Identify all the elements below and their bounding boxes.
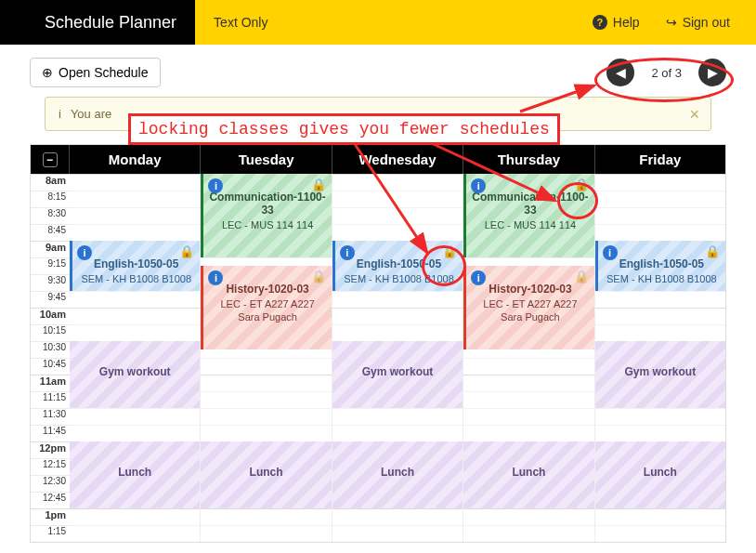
alert-close-button[interactable]: × bbox=[689, 105, 699, 125]
plus-icon: ⊕ bbox=[42, 65, 53, 80]
time-slot: 8:30 bbox=[31, 207, 70, 224]
time-slot: 10:30 bbox=[31, 341, 70, 358]
signout-icon: ↪ bbox=[666, 15, 677, 30]
time-column: 8am8:158:308:459am9:159:309:4510am10:151… bbox=[31, 174, 70, 542]
time-slot: 9:15 bbox=[31, 257, 70, 274]
time-slot: 8am bbox=[31, 174, 70, 191]
signout-link[interactable]: ↪Sign out bbox=[666, 15, 730, 30]
help-icon: ? bbox=[593, 15, 607, 30]
time-slot: 12pm bbox=[31, 441, 70, 458]
time-slot: 11am bbox=[31, 375, 70, 391]
event-english[interactable]: i 🔒 English-1050-05 SEM - KH B1008 B1008 bbox=[332, 241, 463, 291]
event-history[interactable]: i 🔒 History-1020-03 LEC - ET A227 A227 S… bbox=[463, 266, 593, 349]
time-slot: 10:15 bbox=[31, 324, 70, 341]
event-lunch[interactable]: Lunch bbox=[463, 441, 593, 508]
info-icon[interactable]: i bbox=[340, 245, 355, 260]
info-icon[interactable]: i bbox=[603, 245, 618, 260]
help-link[interactable]: ?Help bbox=[593, 15, 640, 30]
day-header: Thursday bbox=[463, 145, 594, 174]
event-lunch[interactable]: Lunch bbox=[332, 441, 463, 508]
time-slot: 1pm bbox=[31, 508, 70, 525]
open-schedule-button[interactable]: ⊕ Open Schedule bbox=[30, 58, 161, 87]
day-column-friday: i 🔒 English-1050-05 SEM - KH B1008 B1008… bbox=[595, 174, 725, 542]
schedule-pager: ◀ 2 of 3 ▶ bbox=[606, 59, 726, 86]
lock-icon[interactable]: 🔒 bbox=[179, 244, 194, 258]
alert-text: You are bbox=[71, 107, 111, 121]
time-slot: 10:45 bbox=[31, 358, 70, 375]
time-slot: 9am bbox=[31, 241, 70, 257]
pager-label: 2 of 3 bbox=[651, 66, 682, 80]
time-slot: 8:45 bbox=[31, 224, 70, 241]
time-slot: 8:15 bbox=[31, 191, 70, 207]
brand-title: Schedule Planner bbox=[0, 0, 195, 45]
day-header: Tuesday bbox=[201, 145, 332, 174]
lock-icon[interactable]: 🔒 bbox=[705, 244, 720, 258]
day-column-monday: i 🔒 English-1050-05 SEM - KH B1008 B1008… bbox=[70, 174, 201, 542]
event-communication[interactable]: i 🔒 Communication-1100-33 LEC - MUS 114 … bbox=[463, 174, 593, 257]
time-slot: 1:15 bbox=[31, 525, 70, 542]
time-slot: 12:15 bbox=[31, 458, 70, 475]
time-slot: 9:30 bbox=[31, 274, 70, 291]
calendar-grid: − Monday Tuesday Wednesday Thursday Frid… bbox=[30, 144, 726, 543]
event-gym[interactable]: Gym workout bbox=[595, 341, 725, 408]
event-lunch[interactable]: Lunch bbox=[201, 441, 331, 508]
top-bar: Schedule Planner Text Only ?Help ↪Sign o… bbox=[0, 0, 756, 45]
event-gym[interactable]: Gym workout bbox=[332, 341, 463, 408]
day-header: Wednesday bbox=[332, 145, 463, 174]
lock-icon[interactable]: 🔒 bbox=[442, 244, 457, 258]
time-slot: 10am bbox=[31, 308, 70, 324]
time-slot: 11:45 bbox=[31, 425, 70, 441]
event-english[interactable]: i 🔒 English-1050-05 SEM - KH B1008 B1008 bbox=[595, 241, 725, 291]
lock-icon[interactable]: 🔒 bbox=[311, 270, 326, 283]
lock-icon[interactable]: 🔒 bbox=[574, 270, 589, 283]
event-gym[interactable]: Gym workout bbox=[70, 341, 200, 408]
day-header: Monday bbox=[70, 145, 201, 174]
event-lunch[interactable]: Lunch bbox=[595, 441, 725, 508]
time-slot: 12:30 bbox=[31, 475, 70, 492]
time-slot: 9:45 bbox=[31, 291, 70, 308]
annotation-text-box: locking classes gives you fewer schedule… bbox=[128, 113, 560, 145]
info-icon[interactable]: i bbox=[77, 245, 92, 260]
day-column-wednesday: i 🔒 English-1050-05 SEM - KH B1008 B1008… bbox=[332, 174, 463, 542]
day-column-tuesday: i 🔒 Communication-1100-33 LEC - MUS 114 … bbox=[201, 174, 332, 542]
lock-icon[interactable]: 🔒 bbox=[574, 178, 589, 191]
text-only-link[interactable]: Text Only bbox=[214, 15, 267, 30]
prev-schedule-button[interactable]: ◀ bbox=[606, 59, 634, 86]
time-slot: 11:15 bbox=[31, 391, 70, 408]
next-schedule-button[interactable]: ▶ bbox=[698, 59, 726, 86]
event-history[interactable]: i 🔒 History-1020-03 LEC - ET A227 A227 S… bbox=[201, 266, 331, 349]
event-english[interactable]: i 🔒 English-1050-05 SEM - KH B1008 B1008 bbox=[70, 241, 200, 291]
day-header: Friday bbox=[595, 145, 725, 174]
time-slot: 11:30 bbox=[31, 408, 70, 425]
lock-icon[interactable]: 🔒 bbox=[311, 178, 326, 191]
collapse-all-button[interactable]: − bbox=[31, 145, 70, 174]
event-lunch[interactable]: Lunch bbox=[70, 441, 200, 508]
info-icon: i bbox=[59, 107, 61, 121]
day-column-thursday: i 🔒 Communication-1100-33 LEC - MUS 114 … bbox=[463, 174, 594, 542]
time-slot: 12:45 bbox=[31, 492, 70, 508]
event-communication[interactable]: i 🔒 Communication-1100-33 LEC - MUS 114 … bbox=[201, 174, 331, 257]
toolbar: ⊕ Open Schedule ◀ 2 of 3 ▶ bbox=[0, 45, 756, 97]
